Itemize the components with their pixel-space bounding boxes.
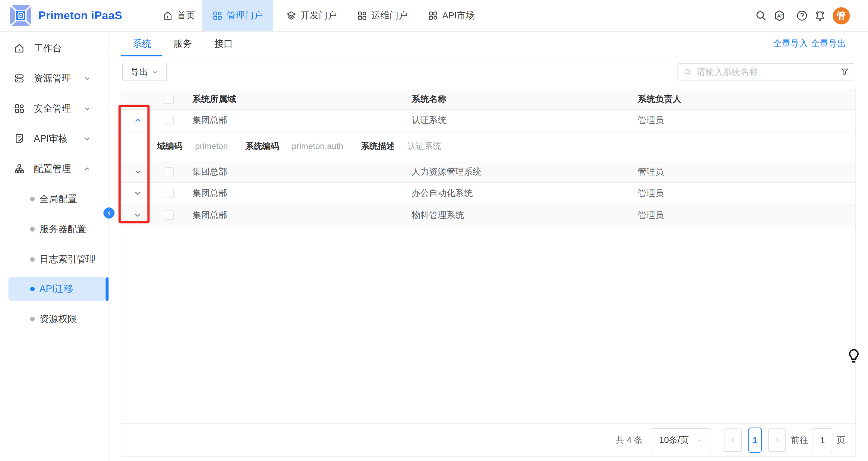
chevron-right-icon [774, 437, 781, 444]
layers-icon [286, 10, 297, 21]
chevron-down-icon [696, 437, 703, 443]
tab-system[interactable]: 系统 [133, 32, 151, 56]
app-header: P Primeton iPaaS 首页 管理门户 开发门户 运维门户 [0, 0, 868, 32]
search-icon[interactable] [755, 10, 767, 22]
bullet-icon [30, 257, 35, 262]
expand-row-button[interactable] [132, 209, 144, 221]
svg-text:P: P [19, 13, 22, 19]
nav-item-admin-portal[interactable]: 管理门户 [202, 0, 273, 31]
sidebar-collapse-button[interactable] [103, 208, 115, 219]
sidebar-item-api-audit[interactable]: API审核 [0, 127, 108, 151]
detail-value: 认证系统 [407, 141, 441, 152]
select-all-checkbox[interactable] [165, 95, 174, 104]
row-checkbox[interactable] [165, 211, 174, 220]
sidebar-item-resources[interactable]: 资源管理 [0, 66, 108, 90]
home-icon [14, 43, 25, 54]
page-size-select[interactable]: 10条/页 [651, 428, 711, 452]
detail-label: 系统描述 [361, 141, 395, 152]
row-checkbox[interactable] [165, 189, 174, 198]
sidebar-item-api-migration[interactable]: API迁移 [8, 277, 105, 301]
ai-assistant-icon[interactable]: AI [773, 10, 785, 22]
sidebar-item-workbench[interactable]: 工作台 [0, 36, 108, 60]
active-tab-underline [121, 55, 162, 56]
sidebar-item-label: 资源管理 [34, 72, 71, 85]
prev-page-button[interactable] [724, 428, 742, 452]
sidebar-item-label: 配置管理 [34, 162, 71, 175]
sidebar-subitem-label: 服务器配置 [39, 223, 86, 236]
content-tabs-bar: 系统 服务 接口 全量导入 全量导出 [121, 32, 856, 56]
table-header-row: 系统所属域 系统名称 系统负责人 [121, 89, 855, 110]
cell-owner: 管理员 [630, 110, 855, 131]
bullet-icon [30, 197, 35, 202]
sidebar-item-log-index[interactable]: 日志索引管理 [0, 247, 108, 271]
table-row[interactable]: 集团总部 人力资源管理系统 管理员 [121, 161, 855, 183]
pagination-bar: 共 4 条 10条/页 1 前往 页 [121, 423, 855, 456]
sidebar-item-resource-permission[interactable]: 资源权限 [0, 307, 108, 331]
collapse-row-button[interactable] [132, 114, 144, 126]
user-avatar[interactable]: 管 [833, 7, 850, 24]
table-row[interactable]: 集团总部 认证系统 管理员 [121, 110, 855, 131]
export-button[interactable]: 导出 [122, 63, 167, 81]
expand-row-button[interactable] [132, 166, 144, 178]
goto-page-input[interactable] [812, 428, 832, 452]
system-search-input[interactable] [697, 67, 835, 77]
bullet-icon [30, 287, 35, 291]
row-detail-panel: 域编码 primeton 系统编码 primeton.auth 系统描述 认证系… [121, 131, 855, 161]
page-size-value: 10条/页 [659, 434, 689, 446]
systems-table: 系统所属域 系统名称 系统负责人 集团总部 认证系统 管理员 域编码 prime… [121, 89, 856, 457]
sidebar-item-security[interactable]: 安全管理 [0, 96, 108, 121]
tab-interface[interactable]: 接口 [214, 32, 233, 56]
svg-text:AI: AI [777, 13, 782, 19]
search-icon [683, 68, 692, 76]
nav-item-ops-portal[interactable]: 运维门户 [347, 0, 418, 31]
table-row[interactable]: 集团总部 物料管理系统 管理员 [121, 205, 855, 226]
sidebar-item-server-config[interactable]: 服务器配置 [0, 217, 108, 241]
sidebar: 工作台 资源管理 安全管理 API审核 配置管理 [0, 32, 108, 461]
sidebar-item-global-config[interactable]: 全局配置 [0, 187, 108, 211]
system-search-box [678, 63, 855, 81]
app-logo: P Primeton iPaaS [10, 5, 122, 27]
lightbulb-tip-icon[interactable] [847, 348, 861, 365]
nav-item-api-market[interactable]: API市场 [417, 0, 485, 31]
column-header-domain: 系统所属域 [184, 89, 404, 109]
row-checkbox[interactable] [165, 116, 174, 125]
logo-text: Primeton iPaaS [38, 9, 122, 22]
nav-item-home[interactable]: 首页 [152, 0, 205, 31]
detail-label: 系统编码 [245, 141, 279, 152]
notification-bell-icon[interactable] [814, 10, 826, 22]
column-header-name: 系统名称 [404, 89, 630, 109]
expand-row-button[interactable] [132, 187, 144, 199]
detail-value: primeton [195, 142, 228, 151]
next-page-button[interactable] [768, 428, 786, 452]
chevron-down-icon [133, 189, 142, 198]
filter-funnel-icon[interactable] [840, 67, 849, 76]
detail-label: 域编码 [157, 141, 182, 152]
sidebar-subitem-label: 资源权限 [39, 313, 77, 325]
chevron-up-icon [83, 165, 91, 173]
cell-domain: 集团总部 [184, 161, 404, 182]
current-page-button[interactable]: 1 [748, 428, 762, 453]
sidebar-item-label: API审核 [34, 132, 67, 145]
chevron-down-icon [133, 211, 142, 220]
chevron-left-icon [106, 210, 112, 216]
nav-item-dev-portal[interactable]: 开发门户 [276, 0, 347, 31]
cell-owner: 管理员 [630, 205, 855, 226]
full-export-link[interactable]: 全量导出 [811, 32, 846, 56]
help-icon[interactable] [796, 10, 808, 22]
row-checkbox[interactable] [165, 167, 174, 176]
tab-label: 服务 [173, 37, 192, 50]
chevron-down-icon [133, 167, 142, 176]
nav-label: 管理门户 [227, 9, 263, 22]
full-import-link[interactable]: 全量导入 [773, 32, 808, 56]
sidebar-item-label: 安全管理 [34, 102, 71, 115]
tab-service[interactable]: 服务 [173, 32, 192, 56]
sidebar-subitem-label: 日志索引管理 [39, 253, 96, 266]
sidebar-subitem-label: API迁移 [39, 282, 73, 295]
sidebar-item-config[interactable]: 配置管理 [0, 157, 108, 181]
page-unit-label: 页 [837, 434, 845, 446]
nav-label: API市场 [442, 9, 475, 22]
home-icon [162, 10, 173, 21]
expand-column-header [121, 89, 154, 109]
sidebar-subitem-label: 全局配置 [39, 193, 77, 205]
table-row[interactable]: 集团总部 办公自动化系统 管理员 [121, 183, 855, 205]
